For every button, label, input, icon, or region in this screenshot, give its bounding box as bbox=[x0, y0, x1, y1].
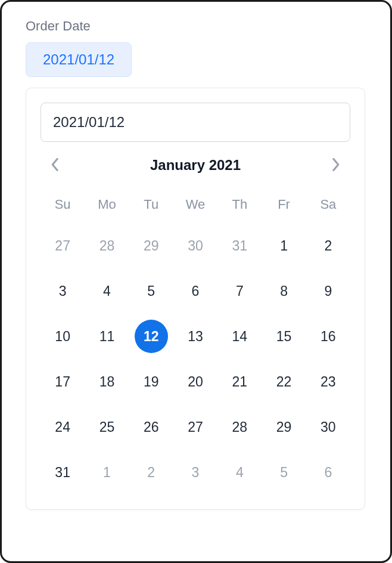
day-number: 28 bbox=[90, 229, 123, 262]
day-number: 13 bbox=[179, 320, 212, 353]
day-number: 7 bbox=[223, 274, 256, 308]
day-number-selected: 12 bbox=[135, 320, 168, 353]
day-cell[interactable]: 29 bbox=[262, 404, 306, 450]
day-cell[interactable]: 24 bbox=[41, 404, 85, 450]
day-number: 4 bbox=[90, 274, 123, 308]
day-cell[interactable]: 23 bbox=[306, 359, 350, 404]
day-cell[interactable]: 31 bbox=[217, 223, 262, 268]
day-number: 16 bbox=[312, 320, 345, 353]
day-cell[interactable]: 6 bbox=[306, 450, 350, 495]
day-cell[interactable]: 5 bbox=[262, 450, 306, 495]
weekday-label: Su bbox=[41, 192, 85, 217]
day-number: 30 bbox=[179, 229, 212, 262]
day-cell[interactable]: 18 bbox=[85, 359, 129, 404]
day-number: 26 bbox=[135, 410, 168, 444]
day-number: 20 bbox=[179, 365, 212, 398]
day-cell[interactable]: 30 bbox=[306, 404, 350, 450]
day-number: 25 bbox=[90, 410, 123, 444]
day-number: 29 bbox=[267, 410, 301, 444]
day-cell[interactable]: 19 bbox=[129, 359, 173, 404]
day-cell[interactable]: 6 bbox=[173, 268, 217, 314]
day-cell[interactable]: 9 bbox=[306, 268, 350, 314]
day-cell[interactable]: 11 bbox=[85, 314, 129, 359]
day-cell[interactable]: 28 bbox=[217, 404, 262, 450]
day-cell[interactable]: 7 bbox=[217, 268, 262, 314]
day-number: 31 bbox=[223, 229, 256, 262]
day-number: 27 bbox=[179, 410, 212, 444]
day-cell[interactable]: 26 bbox=[129, 404, 173, 450]
day-number: 14 bbox=[223, 320, 256, 353]
day-number: 6 bbox=[312, 456, 345, 489]
field-label: Order Date bbox=[26, 18, 366, 34]
day-number: 2 bbox=[312, 229, 345, 262]
day-number: 18 bbox=[90, 365, 123, 398]
weekday-label: Mo bbox=[85, 192, 129, 217]
month-year-title: January 2021 bbox=[150, 157, 241, 174]
day-number: 27 bbox=[46, 229, 79, 262]
day-cell[interactable]: 30 bbox=[173, 223, 217, 268]
selected-date-pill[interactable]: 2021/01/12 bbox=[26, 42, 132, 77]
day-number: 21 bbox=[223, 365, 256, 398]
day-cell[interactable]: 31 bbox=[41, 450, 85, 495]
day-number: 24 bbox=[46, 410, 79, 444]
day-number: 5 bbox=[267, 456, 301, 489]
day-number: 3 bbox=[179, 456, 212, 489]
weekday-label: We bbox=[173, 192, 217, 217]
weekday-label: Tu bbox=[129, 192, 173, 217]
day-cell[interactable]: 1 bbox=[85, 450, 129, 495]
date-input[interactable] bbox=[41, 103, 350, 142]
day-cell[interactable]: 17 bbox=[41, 359, 85, 404]
day-cell[interactable]: 3 bbox=[41, 268, 85, 314]
day-number: 11 bbox=[90, 320, 123, 353]
next-month-button[interactable] bbox=[324, 154, 347, 177]
day-number: 3 bbox=[46, 274, 79, 308]
day-number: 22 bbox=[267, 365, 301, 398]
day-number: 23 bbox=[312, 365, 345, 398]
day-cell[interactable]: 1 bbox=[262, 223, 306, 268]
datepicker-panel: January 2021 SuMoTuWeThFrSa 272829303112… bbox=[26, 88, 365, 510]
day-number: 1 bbox=[90, 456, 123, 489]
weekday-label: Th bbox=[217, 192, 262, 217]
weekday-label: Sa bbox=[306, 192, 350, 217]
day-number: 17 bbox=[46, 365, 79, 398]
weekday-label: Fr bbox=[262, 192, 306, 217]
day-number: 4 bbox=[223, 456, 256, 489]
day-number: 29 bbox=[135, 229, 168, 262]
day-cell[interactable]: 3 bbox=[173, 450, 217, 495]
prev-month-button[interactable] bbox=[44, 154, 67, 177]
day-cell[interactable]: 2 bbox=[306, 223, 350, 268]
weekday-row: SuMoTuWeThFrSa bbox=[41, 192, 350, 217]
day-cell[interactable]: 28 bbox=[85, 223, 129, 268]
day-number: 28 bbox=[223, 410, 256, 444]
days-grid: 2728293031123456789101112131415161718192… bbox=[41, 223, 350, 495]
day-cell[interactable]: 12 bbox=[129, 314, 173, 359]
day-cell[interactable]: 25 bbox=[85, 404, 129, 450]
day-number: 19 bbox=[135, 365, 168, 398]
day-cell[interactable]: 14 bbox=[217, 314, 262, 359]
day-cell[interactable]: 21 bbox=[217, 359, 262, 404]
day-cell[interactable]: 5 bbox=[129, 268, 173, 314]
day-number: 10 bbox=[46, 320, 79, 353]
day-cell[interactable]: 27 bbox=[173, 404, 217, 450]
chevron-left-icon bbox=[51, 158, 60, 173]
app-frame: Order Date 2021/01/12 January 2021 SuMoT… bbox=[0, 0, 392, 563]
day-cell[interactable]: 4 bbox=[85, 268, 129, 314]
day-cell[interactable]: 20 bbox=[173, 359, 217, 404]
day-number: 15 bbox=[267, 320, 301, 353]
day-cell[interactable]: 10 bbox=[41, 314, 85, 359]
day-number: 31 bbox=[46, 456, 79, 489]
day-number: 6 bbox=[179, 274, 212, 308]
day-cell[interactable]: 4 bbox=[217, 450, 262, 495]
day-number: 8 bbox=[267, 274, 301, 308]
day-cell[interactable]: 8 bbox=[262, 268, 306, 314]
chevron-right-icon bbox=[331, 158, 340, 173]
day-number: 1 bbox=[267, 229, 301, 262]
day-cell[interactable]: 29 bbox=[129, 223, 173, 268]
day-cell[interactable]: 22 bbox=[262, 359, 306, 404]
day-cell[interactable]: 15 bbox=[262, 314, 306, 359]
day-cell[interactable]: 13 bbox=[173, 314, 217, 359]
day-cell[interactable]: 27 bbox=[41, 223, 85, 268]
day-cell[interactable]: 16 bbox=[306, 314, 350, 359]
day-number: 2 bbox=[135, 456, 168, 489]
day-cell[interactable]: 2 bbox=[129, 450, 173, 495]
